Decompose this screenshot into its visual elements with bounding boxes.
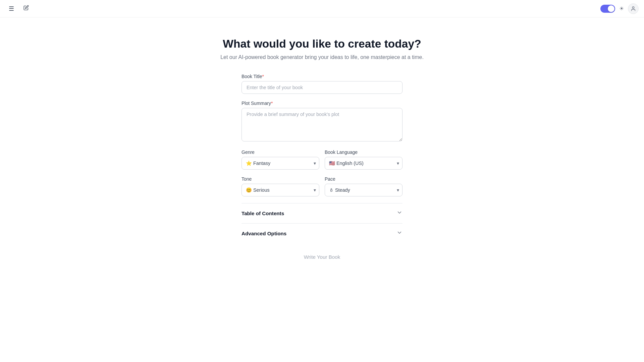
pace-select-wrapper: 🕯 Steady ⚡ Fast 🐢 Slow 〰 Varied ▾ <box>325 184 402 196</box>
language-select[interactable]: 🇺🇸 English (US) 🇬🇧 English (UK) 🇪🇸 Spani… <box>325 157 402 170</box>
tone-pace-row: Tone 😊 Serious 😄 Humorous 🎭 Dramatic 🌟 L… <box>241 176 402 196</box>
main-content: What would you like to create today? Let… <box>0 0 644 283</box>
tone-select[interactable]: 😊 Serious 😄 Humorous 🎭 Dramatic 🌟 Lighth… <box>241 184 319 196</box>
write-book-button[interactable]: Write Your Book <box>297 251 347 262</box>
book-title-group: Book Title* <box>241 74 402 94</box>
genre-select[interactable]: ⭐ Fantasy 🚀 Science Fiction ❤️ Romance 🔍… <box>241 157 319 170</box>
table-of-contents-section: Table of Contents <box>241 203 402 223</box>
tone-group: Tone 😊 Serious 😄 Humorous 🎭 Dramatic 🌟 L… <box>241 176 319 196</box>
edit-icon <box>23 5 29 12</box>
page-title: What would you like to create today? <box>220 38 424 50</box>
write-btn-wrapper: Write Your Book <box>241 243 402 262</box>
table-of-contents-label: Table of Contents <box>241 210 284 216</box>
genre-label: Genre <box>241 149 319 155</box>
book-form: Book Title* Plot Summary* Genre ⭐ Fantas… <box>241 74 402 262</box>
menu-icon: ☰ <box>9 5 14 12</box>
plot-summary-input[interactable] <box>241 108 402 141</box>
book-title-label: Book Title* <box>241 74 402 79</box>
hero-section: What would you like to create today? Let… <box>214 17 430 74</box>
table-of-contents-toggle[interactable]: Table of Contents <box>241 209 402 217</box>
topbar: ☰ ☀ <box>0 0 644 17</box>
book-title-input[interactable] <box>241 81 402 94</box>
menu-button[interactable]: ☰ <box>5 3 17 15</box>
language-select-wrapper: 🇺🇸 English (US) 🇬🇧 English (UK) 🇪🇸 Spani… <box>325 157 402 170</box>
genre-select-wrapper: ⭐ Fantasy 🚀 Science Fiction ❤️ Romance 🔍… <box>241 157 319 170</box>
user-button[interactable] <box>628 3 639 14</box>
advanced-options-toggle[interactable]: Advanced Options <box>241 230 402 237</box>
genre-group: Genre ⭐ Fantasy 🚀 Science Fiction ❤️ Rom… <box>241 149 319 170</box>
topbar-right: ☀ <box>600 3 639 14</box>
advanced-options-chevron-icon <box>396 230 402 237</box>
advanced-options-label: Advanced Options <box>241 231 286 236</box>
edit-button[interactable] <box>20 3 32 15</box>
pace-select[interactable]: 🕯 Steady ⚡ Fast 🐢 Slow 〰 Varied <box>325 184 402 196</box>
pace-label: Pace <box>325 176 402 182</box>
plot-summary-label: Plot Summary* <box>241 101 402 106</box>
sun-icon: ☀ <box>619 5 624 12</box>
genre-language-row: Genre ⭐ Fantasy 🚀 Science Fiction ❤️ Rom… <box>241 149 402 170</box>
theme-toggle[interactable] <box>600 5 615 13</box>
language-group: Book Language 🇺🇸 English (US) 🇬🇧 English… <box>325 149 402 170</box>
language-label: Book Language <box>325 149 402 155</box>
page-subtitle: Let our AI-powered book generator bring … <box>220 54 424 60</box>
advanced-options-section: Advanced Options <box>241 223 402 243</box>
svg-point-0 <box>632 7 634 8</box>
topbar-left: ☰ <box>5 3 32 15</box>
plot-summary-group: Plot Summary* <box>241 101 402 143</box>
tone-select-wrapper: 😊 Serious 😄 Humorous 🎭 Dramatic 🌟 Lighth… <box>241 184 319 196</box>
pace-group: Pace 🕯 Steady ⚡ Fast 🐢 Slow 〰 Varied ▾ <box>325 176 402 196</box>
tone-label: Tone <box>241 176 319 182</box>
table-of-contents-chevron-icon <box>396 209 402 217</box>
